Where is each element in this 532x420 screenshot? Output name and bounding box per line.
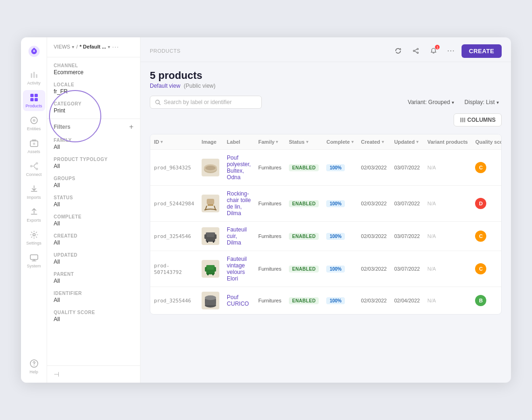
sidebar-item-exports[interactable]: Exports	[23, 204, 45, 225]
svg-rect-22	[460, 118, 462, 122]
search-bar[interactable]: Search by label or identifier	[150, 96, 262, 109]
svg-point-19	[413, 50, 415, 52]
complete-filter-value[interactable]: All	[54, 220, 133, 227]
product-label[interactable]: Rocking-chair toile de lin, Dilma	[227, 190, 251, 217]
parent-filter-label: PARENT	[54, 272, 133, 277]
columns-label: COLUMNS	[467, 117, 496, 123]
family-filter-value[interactable]: All	[54, 144, 133, 150]
sidebar-item-entities[interactable]: Entities	[23, 113, 45, 134]
col-id[interactable]: ID ▾	[150, 134, 198, 150]
svg-point-14	[33, 234, 35, 236]
category-value[interactable]: Print	[54, 107, 133, 114]
columns-button[interactable]: COLUMNS	[454, 113, 502, 126]
view-chevron-icon: ▾	[108, 44, 110, 49]
notifications-button[interactable]: 1	[427, 44, 441, 58]
more-options-button[interactable]: ···	[444, 44, 457, 58]
product-label[interactable]: Fauteuil cuir, Dilma	[227, 226, 251, 246]
filter-parent: PARENT All	[54, 272, 133, 284]
assets-label: Assets	[28, 149, 40, 154]
app-logo[interactable]	[26, 43, 42, 60]
sidebar-item-help[interactable]: Help	[23, 356, 45, 377]
id-sort-icon: ▾	[161, 140, 163, 144]
status-sort-icon: ▾	[306, 140, 308, 144]
svg-rect-5	[30, 98, 34, 101]
col-complete[interactable]: Complete ▾	[322, 134, 357, 150]
view-name[interactable]: * Default ...	[80, 44, 106, 49]
svg-rect-3	[30, 94, 34, 97]
status-filter-value[interactable]: All	[54, 201, 133, 208]
page-title: 5 products	[150, 70, 502, 82]
main-content: PRODUCTS	[140, 37, 511, 383]
quality-score-badge: C	[475, 231, 486, 242]
sidebar-item-imports[interactable]: Imports	[23, 182, 45, 203]
sidebar-item-activity[interactable]: Activity	[23, 67, 45, 88]
separator: /	[76, 44, 77, 49]
product-label[interactable]: Fauteuil vintage velours Elori	[227, 256, 251, 282]
svg-point-20	[417, 52, 419, 54]
share-button[interactable]	[409, 44, 423, 58]
updated-filter-value[interactable]: All	[54, 259, 133, 265]
updated-date: 03/07/2022	[394, 266, 420, 272]
table-row[interactable]: prod_9634325 Pouf polyester, Bultex, Odn…	[150, 150, 502, 186]
more-options-icon[interactable]: ···	[112, 43, 119, 50]
product-family: Furnitures	[258, 298, 281, 303]
col-quality-score[interactable]: Quality score ▾	[471, 134, 502, 150]
svg-rect-23	[462, 118, 463, 122]
collapse-sidebar-button[interactable]: ⊣	[54, 371, 59, 378]
col-updated[interactable]: Updated ▾	[391, 134, 424, 150]
variant-products-value: N/A	[427, 201, 436, 206]
svg-point-21	[156, 100, 160, 104]
table-row[interactable]: prod-507143792 Fauteuil vintage velours …	[150, 251, 502, 287]
col-created[interactable]: Created ▾	[357, 134, 391, 150]
table-row[interactable]: prod_3255446 Pouf CURICO Furnitures ENAB…	[150, 287, 502, 315]
sidebar-item-products[interactable]: Products	[23, 90, 45, 111]
col-status[interactable]: Status ▾	[285, 134, 322, 150]
status-badge: ENABLED	[289, 266, 319, 273]
product-label[interactable]: Pouf CURICO	[227, 294, 251, 307]
status-badge: ENABLED	[289, 297, 319, 304]
quality-score-filter-value[interactable]: All	[54, 316, 133, 322]
created-filter-value[interactable]: All	[54, 239, 133, 246]
create-button[interactable]: CREATE	[462, 44, 502, 58]
system-label: System	[27, 264, 41, 268]
breadcrumb: PRODUCTS	[150, 48, 181, 54]
sidebar-item-connect[interactable]: Connect	[23, 159, 45, 180]
chevron-down-icon: ▾	[72, 44, 74, 49]
channel-value[interactable]: Ecommerce	[54, 69, 133, 76]
identifier-filter-value[interactable]: All	[54, 297, 133, 303]
products-table: ID ▾ Image Label	[150, 134, 502, 315]
display-list-button[interactable]: Display: List ▾	[462, 97, 502, 107]
quality-score-filter-label: QUALITY SCORE	[54, 310, 133, 315]
complete-filter-label: COMPLETE	[54, 214, 133, 219]
variant-products-value: N/A	[427, 266, 436, 272]
page-subtitle: Default view (Public view)	[150, 83, 502, 89]
svg-point-12	[35, 162, 38, 165]
table-row[interactable]: prod_52442984 Rocking-chair toile de lin…	[150, 186, 502, 222]
sidebar-item-settings[interactable]: Settings	[23, 227, 45, 248]
parent-filter-value[interactable]: All	[54, 278, 133, 284]
filter-product-typology: PRODUCT TYPOLOGY All	[54, 157, 133, 169]
table-row[interactable]: prod_3254546 Fauteuil cuir, Dilma Furnit…	[150, 222, 502, 251]
created-date: 02/03/2022	[361, 201, 387, 206]
locale-value[interactable]: fr_FR	[54, 88, 133, 95]
product-typology-filter-value[interactable]: All	[54, 163, 133, 169]
status-badge: ENABLED	[289, 233, 319, 240]
variant-products-value: N/A	[427, 233, 436, 239]
product-image	[202, 292, 219, 309]
product-label[interactable]: Pouf polyester, Bultex, Odna	[227, 154, 251, 181]
created-date: 02/03/2022	[361, 165, 387, 170]
filters-title-row: Filters +	[47, 119, 140, 133]
groups-filter-value[interactable]: All	[54, 182, 133, 189]
product-id: prod_9634325	[154, 165, 191, 171]
product-id: prod_3255446	[154, 298, 191, 304]
product-image	[202, 260, 219, 278]
sidebar-item-assets[interactable]: Assets	[23, 136, 45, 157]
col-family[interactable]: Family ▾	[254, 134, 285, 150]
sync-button[interactable]	[391, 44, 405, 58]
add-filter-button[interactable]: +	[129, 123, 133, 131]
col-variant-products: Variant products	[424, 134, 472, 150]
variant-grouped-button[interactable]: Variant: Grouped ▾	[405, 97, 457, 107]
views-label: VIEWS	[54, 44, 70, 49]
filter-status: STATUS All	[54, 195, 133, 208]
sidebar-item-system[interactable]: System	[23, 250, 45, 271]
